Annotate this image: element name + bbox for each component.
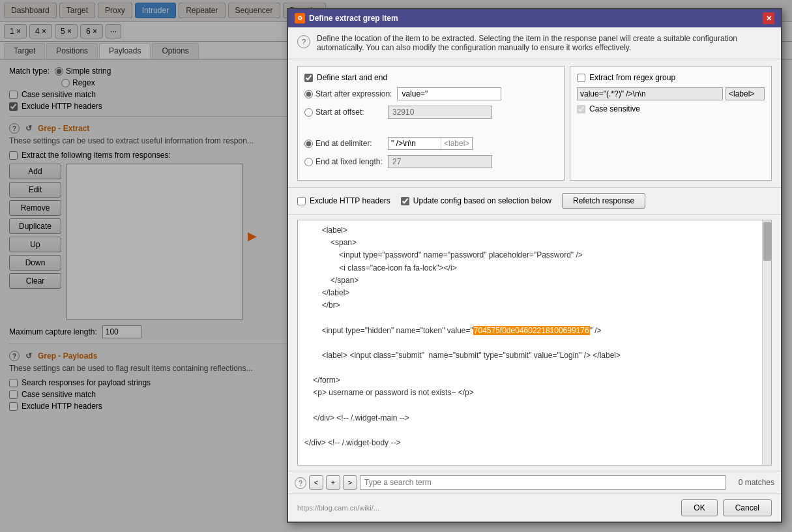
code-line-3: <input type="password" name="password" p… [304, 249, 765, 261]
panel-regex-group: Extract from regex group Case sensitive [570, 66, 772, 181]
search-matches: 0 matches [729, 478, 774, 487]
end-fixed-row: End at fixed length: [304, 155, 557, 168]
code-line-15: </div> <!-- /.widget-main --> [304, 412, 765, 424]
response-scrollbar[interactable] [762, 220, 771, 465]
update-config-checkbox[interactable] [401, 197, 409, 205]
regex-label-input[interactable] [726, 87, 765, 100]
search-bar: ? < + > 0 matches [288, 471, 781, 494]
regex-case-sensitive-row: Case sensitive [577, 104, 765, 113]
update-config-label: Update config based on selection below [413, 196, 551, 205]
regex-case-sensitive-checkbox[interactable] [577, 105, 585, 113]
exclude-http-option-row[interactable]: Exclude HTTP headers [297, 196, 390, 205]
start-after-radio[interactable] [304, 90, 313, 98]
delimiter-label-tag: <label> [441, 138, 472, 149]
code-line-17: </div> <!-- /.widget-body --> [304, 437, 765, 449]
code-line-9 [304, 337, 765, 349]
delimiter-value: " />\n\n [389, 138, 441, 149]
extract-regex-group-label: Extract from regex group [589, 73, 675, 82]
modal-exclude-http-label: Exclude HTTP headers [310, 196, 390, 205]
end-fixed-input[interactable] [388, 155, 492, 168]
code-line-7: </br> [304, 299, 765, 312]
cancel-button[interactable]: Cancel [723, 499, 772, 516]
define-start-end-checkbox[interactable] [304, 74, 313, 82]
panel-define-start-end: Define start and end Start after express… [297, 66, 565, 181]
code-line-16 [304, 424, 765, 437]
response-area[interactable]: <label> <span> <input type="password" na… [297, 220, 772, 466]
footer-url: https://blog.cam.cn/wiki/... [297, 504, 379, 512]
code-line-10: <label> <input class="submit" name="subm… [304, 349, 765, 362]
modal-titlebar: ⚙ Define extract grep item ✕ [288, 9, 781, 27]
extract-regex-group-checkbox[interactable] [577, 74, 585, 82]
regex-case-sensitive-label: Case sensitive [589, 104, 640, 113]
token-value-highlight: 704575f0de04602218100699176 [473, 326, 590, 335]
start-offset-radio[interactable] [304, 108, 313, 117]
code-line-11 [304, 362, 765, 374]
code-line-8 [304, 312, 765, 324]
response-content: <label> <span> <input type="password" na… [298, 220, 771, 465]
code-line-1: <label> [304, 224, 765, 237]
update-config-row[interactable]: Update config based on selection below [401, 196, 551, 205]
search-help-icon[interactable]: ? [295, 477, 306, 489]
code-line-4: <i class="ace-icon fa fa-lock"></i> [304, 262, 765, 274]
search-prev-button[interactable]: < [309, 475, 323, 490]
search-add-button[interactable]: + [326, 475, 340, 490]
modal-title: Define extract grep item [309, 14, 398, 23]
end-delimiter-label: End at delimiter: [315, 139, 372, 148]
regex-input-row [577, 87, 765, 100]
panel-left-title-row: Define start and end [304, 73, 557, 82]
start-offset-input[interactable] [388, 106, 492, 119]
code-line-13: <p> username or password is not exists~ … [304, 387, 765, 399]
define-start-end-label: Define start and end [317, 73, 387, 82]
modal-close-button[interactable]: ✕ [763, 12, 774, 24]
code-line-14 [304, 400, 765, 412]
modal-description-area: ? Define the location of the item to be … [288, 27, 781, 59]
options-row: Exclude HTTP headers Update config based… [288, 188, 781, 214]
end-delimiter-row: End at delimiter: " />\n\n <label> [304, 137, 557, 150]
start-offset-radio-label[interactable]: Start at offset: [304, 108, 383, 117]
define-extract-modal: ⚙ Define extract grep item ✕ ? Define th… [287, 8, 782, 523]
code-line-5: </span> [304, 274, 765, 287]
end-fixed-label: End at fixed length: [315, 157, 383, 166]
scrollbar-thumb [763, 222, 771, 261]
modal-panels: Define start and end Start after express… [288, 59, 781, 188]
start-offset-label: Start at offset: [315, 108, 364, 117]
search-input[interactable] [360, 475, 726, 490]
panel-right-title-row: Extract from regex group [577, 73, 765, 82]
start-after-label: Start after expression: [315, 89, 392, 98]
regex-value-input[interactable] [577, 87, 723, 100]
start-after-row: Start after expression: [304, 87, 557, 100]
end-fixed-radio-label[interactable]: End at fixed length: [304, 157, 383, 166]
refetch-response-button[interactable]: Refetch response [562, 193, 645, 209]
end-delimiter-input-container: " />\n\n <label> [388, 137, 473, 150]
end-delimiter-radio[interactable] [304, 140, 313, 148]
modal-exclude-http-checkbox[interactable] [297, 197, 306, 205]
end-delimiter-radio-label[interactable]: End at delimiter: [304, 139, 383, 148]
start-after-input[interactable] [397, 87, 501, 100]
code-line-token: <input type="hidden" name="token" value=… [304, 325, 765, 337]
start-after-radio-label[interactable]: Start after expression: [304, 89, 392, 98]
code-line-12: </form> [304, 374, 765, 387]
app-window: Dashboard Target Proxy Intruder Repeater… [0, 0, 792, 532]
search-next-button[interactable]: > [343, 475, 357, 490]
end-fixed-radio[interactable] [304, 158, 313, 166]
ok-button[interactable]: OK [681, 499, 717, 516]
start-offset-row: Start at offset: [304, 106, 557, 119]
modal-help-icon[interactable]: ? [297, 35, 310, 48]
modal-title-icon: ⚙ [295, 13, 305, 23]
code-line-2: <span> [304, 237, 765, 249]
modal-footer: https://blog.cam.cn/wiki/... OK Cancel [288, 494, 781, 522]
code-line-6: </label> [304, 287, 765, 299]
modal-description-text: Define the location of the item to be ex… [317, 34, 772, 52]
